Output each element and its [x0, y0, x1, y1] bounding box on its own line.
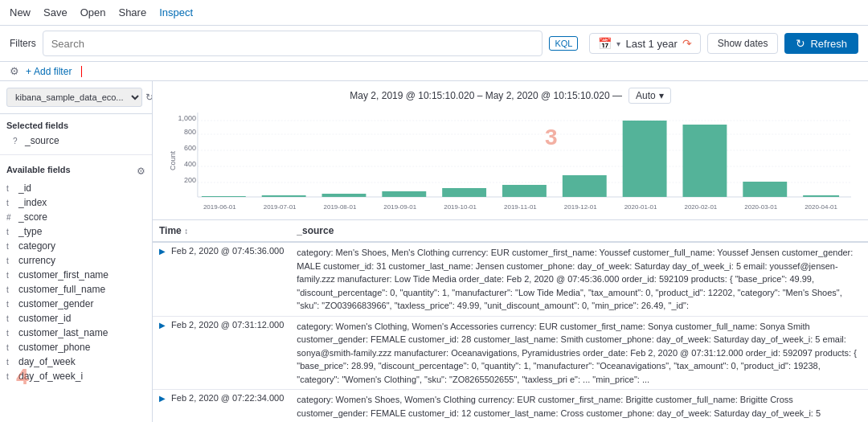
svg-rect-14 — [262, 195, 306, 197]
refresh-icon: ↻ — [796, 37, 805, 50]
sidebar-field-customer_id[interactable]: tcustomer_id — [0, 311, 152, 326]
sidebar-field-day_of_week_i[interactable]: tday_of_week_i — [0, 369, 152, 383]
content-area: May 2, 2019 @ 10:15:10.020 – May 2, 2020… — [153, 81, 868, 422]
histogram-chart: 1,000 800 600 400 200 Count — [166, 109, 855, 213]
svg-text:Count: Count — [169, 151, 177, 170]
svg-text:2019-06-01: 2019-06-01 — [203, 203, 236, 211]
sidebar-field-customer_gender[interactable]: tcustomer_gender — [0, 297, 152, 311]
field-name: customer_id — [18, 313, 71, 324]
index-select[interactable]: kibana_sample_data_eco... — [6, 88, 142, 107]
expand-icon[interactable]: ▶ — [159, 321, 166, 330]
table-row: ▶ Feb 2, 2020 @ 07:31:12.000 category: W… — [153, 316, 868, 390]
results-area: Time ↕ _source ▶ Feb 2, 2020 @ 07:45:36.… — [153, 220, 868, 422]
svg-text:2019-10-01: 2019-10-01 — [444, 203, 477, 211]
main-layout: kibana_sample_data_eco... ↻ Selected fie… — [0, 81, 868, 422]
field-name: customer_phone — [18, 342, 90, 353]
svg-text:2020-02-01: 2020-02-01 — [684, 203, 717, 211]
field-name: _type — [18, 226, 42, 237]
field-type: t — [6, 227, 14, 236]
search-input[interactable] — [43, 31, 543, 56]
sidebar-field-customer_last_name[interactable]: tcustomer_last_name — [0, 326, 152, 340]
field-type: t — [6, 358, 14, 367]
selected-fields-title: Selected fields — [6, 121, 145, 130]
date-range-label: Last 1 year — [625, 38, 677, 50]
cursor — [81, 66, 82, 77]
field-name: customer_last_name — [18, 327, 108, 338]
field-name: day_of_week_i — [18, 371, 83, 382]
chart-area: May 2, 2019 @ 10:15:10.020 – May 2, 2020… — [153, 81, 868, 220]
svg-text:600: 600 — [184, 144, 196, 152]
source-cell: category: Women's Shoes, Women's Clothin… — [290, 390, 868, 423]
date-picker[interactable]: 📅 ▾ Last 1 year ↷ — [589, 33, 700, 54]
nav-new[interactable]: New — [10, 3, 31, 22]
svg-rect-15 — [322, 194, 366, 197]
sidebar: kibana_sample_data_eco... ↻ Selected fie… — [0, 81, 153, 422]
svg-rect-23 — [803, 195, 839, 197]
plus-icon: + — [26, 66, 31, 77]
svg-text:2020-01-01: 2020-01-01 — [624, 203, 657, 211]
svg-text:2020-03-01: 2020-03-01 — [744, 203, 777, 211]
nav-share[interactable]: Share — [118, 3, 146, 22]
gear-icon[interactable]: ⚙ — [10, 65, 19, 77]
index-selector: kibana_sample_data_eco... ↻ — [0, 81, 152, 114]
svg-rect-13 — [202, 196, 246, 197]
field-type: t — [6, 184, 14, 193]
add-filter-button[interactable]: + Add filter — [26, 66, 72, 77]
sidebar-field-currency[interactable]: tcurrency — [0, 253, 152, 268]
field-type: t — [6, 242, 14, 251]
field-name-source: _source — [25, 135, 59, 146]
field-name: customer_gender — [18, 298, 93, 309]
sidebar-field-_type[interactable]: t_type — [0, 224, 152, 239]
sidebar-field-customer_phone[interactable]: tcustomer_phone — [0, 340, 152, 354]
nav-save[interactable]: Save — [43, 3, 68, 22]
nav-open[interactable]: Open — [80, 3, 106, 22]
sidebar-field-category[interactable]: tcategory — [0, 239, 152, 253]
sidebar-field-_index[interactable]: t_index — [0, 195, 152, 210]
sidebar-field-customer_first_name[interactable]: tcustomer_first_name — [0, 268, 152, 282]
selected-field-source[interactable]: ? _source — [6, 133, 145, 148]
chart-date-range: May 2, 2019 @ 10:15:10.020 – May 2, 2020… — [350, 90, 622, 101]
nav-inspect[interactable]: Inspect — [159, 3, 193, 22]
svg-text:800: 800 — [184, 128, 196, 136]
results-tbody: ▶ Feb 2, 2020 @ 07:45:36.000 category: M… — [153, 242, 868, 422]
chart-chevron-icon: ▾ — [659, 90, 664, 101]
sidebar-field-_score[interactable]: #_score — [0, 210, 152, 224]
expand-icon[interactable]: ▶ — [159, 394, 166, 403]
sidebar-field-customer_full_name[interactable]: tcustomer_full_name — [0, 282, 152, 297]
svg-text:2019-12-01: 2019-12-01 — [564, 203, 597, 211]
time-cell: ▶ Feb 2, 2020 @ 07:31:12.000 — [153, 316, 290, 390]
filter-bar: Filters KQL 📅 ▾ Last 1 year ↷ Show dates… — [0, 26, 868, 62]
arrow-icon: ↷ — [682, 37, 692, 50]
show-dates-button[interactable]: Show dates — [707, 33, 779, 54]
filters-label: Filters — [10, 38, 36, 49]
selected-fields-section: Selected fields ? _source — [0, 114, 152, 151]
available-fields-title: Available fields — [6, 165, 71, 174]
sidebar-refresh-icon[interactable]: ↻ — [145, 92, 153, 103]
sidebar-field-day_of_week[interactable]: tday_of_week — [0, 354, 152, 369]
source-cell: category: Women's Clothing, Women's Acce… — [290, 316, 868, 390]
field-name: currency — [18, 255, 55, 266]
results-table: Time ↕ _source ▶ Feb 2, 2020 @ 07:45:36.… — [153, 220, 868, 422]
col-header-source[interactable]: _source — [290, 220, 868, 242]
field-type: t — [6, 329, 14, 338]
sidebar-field-_id[interactable]: t_id — [0, 181, 152, 195]
field-type: t — [6, 372, 14, 381]
chart-interval-select[interactable]: Auto ▾ — [628, 88, 671, 104]
chart-svg-wrapper: 3 1,000 800 600 400 200 — [166, 109, 855, 213]
kql-badge[interactable]: KQL — [549, 36, 578, 51]
svg-rect-17 — [442, 188, 486, 197]
time-cell: ▶ Feb 2, 2020 @ 07:22:34.000 — [153, 390, 290, 423]
field-name: category — [18, 240, 55, 252]
col-header-time[interactable]: Time ↕ — [153, 220, 290, 242]
field-type: t — [6, 314, 14, 323]
field-name: customer_full_name — [18, 284, 105, 295]
svg-text:2019-09-01: 2019-09-01 — [383, 203, 416, 211]
svg-text:2020-04-01: 2020-04-01 — [805, 203, 837, 211]
field-name: customer_first_name — [18, 269, 108, 281]
field-name: day_of_week — [18, 356, 76, 367]
field-name: _score — [18, 211, 47, 223]
refresh-button[interactable]: ↻ Refresh — [784, 33, 858, 54]
expand-icon[interactable]: ▶ — [159, 247, 166, 256]
available-fields-settings-icon[interactable]: ⚙ — [137, 166, 145, 177]
chart-interval-label: Auto — [636, 90, 656, 101]
